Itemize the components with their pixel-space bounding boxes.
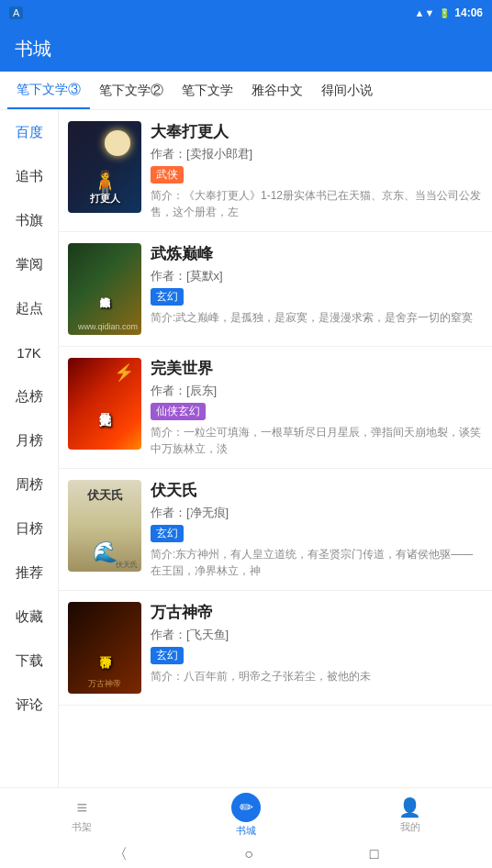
tab-yagu[interactable]: 雅谷中文: [242, 72, 312, 109]
tab-biaxia2[interactable]: 笔下文学②: [90, 72, 173, 109]
book-desc-3: 简介：一粒尘可填海，一根草斩尽日月星辰，弹指间天崩地裂，谈笑中万族林立，淡: [151, 424, 483, 457]
book-cover-5: 万古神帝 万古神帝: [68, 602, 141, 694]
book-title-5: 万古神帝: [151, 602, 483, 623]
bottom-nav: ≡ 书架 ✏ 书城 👤 我的: [0, 787, 492, 842]
bookshelf-icon: ≡: [77, 797, 88, 818]
book-desc-2: 简介:武之巅峰，是孤独，是寂寞，是漫漫求索，是舍弃一切的窒寞: [151, 309, 483, 326]
book-info-1: 大奉打更人 作者：[卖报小郎君] 武侠 简介：《大奉打更人》1-12册实体书已在…: [151, 121, 483, 220]
sidebar-item-17k[interactable]: 17K: [0, 330, 58, 374]
book-item-2[interactable]: 武炼巅峰 www.qidian.com 武炼巅峰 作者：[莫默x] 玄幻 简介:…: [59, 232, 492, 347]
gesture-bar: 〈 ○ □: [0, 840, 492, 868]
sidebar-item-shoucang[interactable]: 收藏: [0, 595, 58, 639]
bookstore-icon: ✏: [231, 793, 261, 822]
main-content: 百度 追书 书旗 掌阅 起点 17K 总榜 月榜 周榜 日榜 推荐 收藏 下载 …: [0, 110, 492, 813]
book-desc-5: 简介：八百年前，明帝之子张若尘，被他的未: [151, 668, 483, 684]
book-list: 🧍 打更人 大奉打更人 作者：[卖报小郎君] 武侠 简介：《大奉打更人》1-12…: [59, 110, 492, 813]
book-author-4: 作者：[净无痕]: [151, 505, 483, 521]
book-desc-1: 简介：《大奉打更人》1-12册实体书已在天猫、京东、当当公司公发售，这个册君，左: [151, 187, 483, 220]
tab-dejian[interactable]: 得间小说: [312, 72, 382, 109]
recent-button[interactable]: □: [370, 846, 379, 862]
nav-bookstore[interactable]: ✏ 书城: [164, 788, 329, 842]
sidebar: 百度 追书 书旗 掌阅 起点 17K 总榜 月榜 周榜 日榜 推荐 收藏 下载 …: [0, 110, 59, 813]
sidebar-item-zhuishu[interactable]: 追书: [0, 154, 58, 198]
sidebar-item-yuebang[interactable]: 月榜: [0, 418, 58, 462]
sidebar-item-baidu[interactable]: 百度: [0, 110, 58, 154]
book-cover-2: 武炼巅峰 www.qidian.com: [68, 243, 141, 335]
back-button[interactable]: 〈: [113, 845, 128, 864]
book-title-2: 武炼巅峰: [151, 243, 483, 264]
book-tag-4: 玄幻: [151, 525, 184, 542]
sidebar-item-qidian[interactable]: 起点: [0, 286, 58, 330]
sidebar-item-zhoubang[interactable]: 周榜: [0, 462, 58, 506]
sidebar-item-zhangyue[interactable]: 掌阅: [0, 242, 58, 286]
tab-biaxia1[interactable]: 笔下文学: [173, 72, 242, 109]
book-author-5: 作者：[飞天鱼]: [151, 627, 483, 643]
book-title-4: 伏天氏: [151, 480, 483, 501]
sidebar-item-xiazai[interactable]: 下载: [0, 639, 58, 683]
battery-icon: 🔋: [439, 8, 450, 18]
book-author-1: 作者：[卖报小郎君]: [151, 146, 483, 162]
book-author-3: 作者：[辰东]: [151, 383, 483, 399]
status-bar: A ▲▼ 🔋 14:06: [0, 0, 492, 26]
book-author-2: 作者：[莫默x]: [151, 268, 483, 284]
book-cover-3: 完美世界 ⚡: [68, 358, 141, 450]
sidebar-item-zongbang[interactable]: 总榜: [0, 374, 58, 418]
book-info-3: 完美世界 作者：[辰东] 仙侠玄幻 简介：一粒尘可填海，一根草斩尽日月星辰，弹指…: [151, 358, 483, 457]
status-right: ▲▼ 🔋 14:06: [415, 6, 483, 19]
book-tag-2: 玄幻: [151, 288, 184, 306]
book-info-5: 万古神帝 作者：[飞天鱼] 玄幻 简介：八百年前，明帝之子张若尘，被他的未: [151, 602, 483, 694]
status-left: A: [9, 6, 23, 19]
book-item-3[interactable]: 完美世界 ⚡ 完美世界 作者：[辰东] 仙侠玄幻 简介：一粒尘可填海，一根草斩尽…: [59, 347, 492, 469]
home-button[interactable]: ○: [244, 846, 253, 862]
nav-bookshelf-label: 书架: [72, 820, 92, 834]
tab-bar: 笔下文学③ 笔下文学② 笔下文学 雅谷中文 得间小说: [0, 72, 492, 110]
sidebar-item-shuqi[interactable]: 书旗: [0, 198, 58, 242]
book-desc-4: 简介:东方神州，有人皇立道统，有圣贤宗门传道，有诸侯他驱——在王国，净界林立，神: [151, 546, 483, 579]
book-tag-1: 武侠: [151, 166, 184, 184]
app-icon: A: [9, 6, 23, 19]
book-cover-4: 伏天氏 🌊 伏天氏: [68, 480, 141, 572]
book-title-3: 完美世界: [151, 358, 483, 379]
cover-text-1: 打更人: [68, 192, 141, 206]
book-item-4[interactable]: 伏天氏 🌊 伏天氏 伏天氏 作者：[净无痕] 玄幻 简介:东方神州，有人皇立道统…: [59, 469, 492, 591]
time: 14:06: [454, 6, 483, 19]
book-item-1[interactable]: 🧍 打更人 大奉打更人 作者：[卖报小郎君] 武侠 简介：《大奉打更人》1-12…: [59, 110, 492, 232]
header-title: 书城: [15, 37, 51, 61]
nav-bookshelf[interactable]: ≡ 书架: [0, 788, 164, 842]
sidebar-item-pinglun[interactable]: 评论: [0, 683, 58, 727]
book-item-5[interactable]: 万古神帝 万古神帝 万古神帝 作者：[飞天鱼] 玄幻 简介：八百年前，明帝之子张…: [59, 591, 492, 706]
sidebar-item-ribang[interactable]: 日榜: [0, 506, 58, 551]
mine-icon: 👤: [398, 796, 421, 818]
nav-bookstore-label: 书城: [236, 824, 256, 838]
book-title-1: 大奉打更人: [151, 121, 483, 142]
book-info-2: 武炼巅峰 作者：[莫默x] 玄幻 简介:武之巅峰，是孤独，是寂寞，是漫漫求索，是…: [151, 243, 483, 335]
nav-mine-label: 我的: [400, 820, 420, 834]
signal-icon: ▲▼: [415, 7, 435, 18]
book-cover-1: 🧍 打更人: [68, 121, 141, 213]
book-info-4: 伏天氏 作者：[净无痕] 玄幻 简介:东方神州，有人皇立道统，有圣贤宗门传道，有…: [151, 480, 483, 579]
book-tag-3: 仙侠玄幻: [151, 403, 206, 420]
sidebar-item-tuijian[interactable]: 推荐: [0, 551, 58, 595]
book-tag-5: 玄幻: [151, 647, 184, 664]
nav-mine[interactable]: 👤 我的: [328, 788, 492, 842]
app-header: 书城: [0, 26, 492, 72]
tab-biaxia3[interactable]: 笔下文学③: [7, 72, 90, 109]
